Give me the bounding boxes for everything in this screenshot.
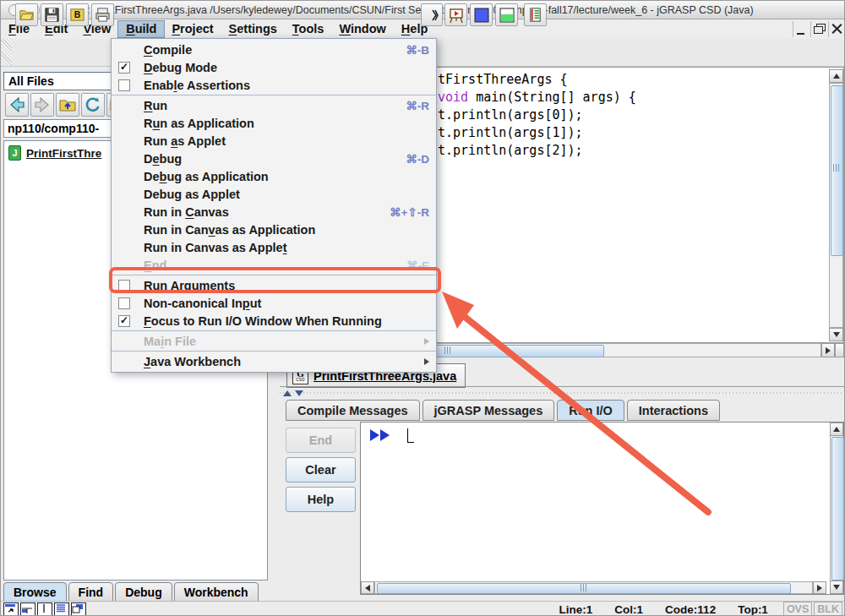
menu-shortcut: ⌘+⇧-R [390,205,429,219]
io-scroll-right-icon[interactable] [813,581,826,594]
code-line: tFirstThreeArgs { [438,71,636,89]
checkbox-checked-icon: ✓ [118,62,130,74]
code-line: t.println(args[2]); [438,142,636,160]
tree-item-label: PrintFirstThre [26,147,101,160]
window-title: File: PrintFirstThreeArgs.java /Users/ky… [70,4,754,16]
sidebar-tab-workbench[interactable]: Workbench [174,582,259,602]
menu-item-non-canonical-input[interactable]: Non-canonical Input [112,294,436,312]
io-scroll-left-icon[interactable] [361,581,374,594]
io-scroll-up-icon[interactable] [830,422,843,436]
menu-item-label: Non-canonical Input [144,297,261,310]
run-canvas-icon[interactable] [444,3,467,26]
menu-item-enable-assertions[interactable]: Enable Assertions [112,76,436,94]
editor-vscrollbar[interactable] [829,83,843,328]
path-value: np110/comp110- [8,122,99,135]
menu-item-label: Focus to Run I/O Window When Running [144,314,382,328]
blue-square-icon[interactable] [470,3,493,26]
io-scroll-down-icon[interactable] [830,581,843,594]
tab-jgrasp-messages[interactable]: jGRASP Messages [422,400,555,421]
toolbar-grip[interactable] [1,39,12,66]
menu-item-label: Run in Canvas as Application [144,223,315,237]
checkbox-icon [118,79,130,91]
menu-item-label: Run in Canvas [144,205,229,219]
open-file-icon[interactable] [15,3,38,26]
print-icon[interactable] [91,3,114,26]
up-folder-icon[interactable] [56,93,79,117]
menu-separator [112,330,436,331]
sidebar-tab-find[interactable]: Find [68,582,114,602]
new-view-icon[interactable] [3,602,19,616]
scroll-up-icon[interactable] [829,69,843,83]
menu-item-debug-as-applet[interactable]: Debug as Applet [112,185,436,203]
code-line: t.println(args[0]); [438,106,636,124]
sidebar-tab-debug[interactable]: Debug [115,582,172,602]
menubar-item-window[interactable]: Window [331,21,393,37]
menubar-item-tools[interactable]: Tools [285,21,332,37]
menu-item-focus-to-run-i-o-window-when-running[interactable]: ✓Focus to Run I/O Window When Running [112,312,436,330]
menubar-item-project[interactable]: Project [164,21,221,37]
menu-item-label: Compile [144,43,192,57]
status-col: Col:1 [614,603,643,616]
status-code: Code:112 [665,603,716,616]
close-icon[interactable] [828,21,845,37]
compile-icon[interactable]: B [66,3,89,26]
menubar-item-build[interactable]: Build [118,21,164,37]
menu-item-label: Debug Mode [144,61,217,74]
menu-item-label: Debug as Applet [144,188,240,201]
menu-item-label: Main File [144,335,196,348]
menu-item-run-in-canvas-as-application[interactable]: Run in Canvas as Application [112,221,436,238]
menu-item-run[interactable]: Run⌘-R [112,96,436,114]
menu-item-label: Java Workbench [144,355,241,368]
messages-doc-icon[interactable] [524,3,547,26]
forward-icon[interactable] [30,93,54,117]
menu-item-java-workbench[interactable]: Java Workbench [112,352,436,370]
cascade-windows-icon[interactable] [71,602,86,616]
scroll-down-icon[interactable] [829,328,843,341]
menu-item-debug-mode[interactable]: ✓Debug Mode [112,58,436,76]
code-line: void main(String[] args) { [438,89,636,106]
menu-item-run-as-application[interactable]: Run as Application [112,114,436,132]
split-bottom-icon[interactable] [20,602,35,616]
io-hscrollbar[interactable] [374,581,813,594]
split-columns-icon[interactable] [37,602,52,616]
back-icon[interactable] [5,93,29,117]
minimize-icon[interactable] [793,21,810,37]
menubar-item-settings[interactable]: Settings [221,21,285,37]
status-bar: Line:1 Col:1 Code:112 Top:1 OVS BLK [1,601,845,616]
code-text: tFirstThreeArgs {void main(String[] args… [438,71,636,160]
menu-item-label: Run [144,99,167,112]
help-button[interactable]: Help [286,487,356,512]
menu-item-run-in-canvas-as-applet[interactable]: Run in Canvas as Applet [112,238,436,256]
menu-item-debug-as-application[interactable]: Debug as Application [112,167,436,185]
save-file-icon[interactable] [41,3,63,26]
end-button: End [286,428,356,453]
menu-item-run-as-applet[interactable]: Run as Applet [112,132,436,150]
menu-separator [112,95,436,95]
clear-button[interactable]: Clear [286,457,356,482]
tab-interactions[interactable]: Interactions [627,400,720,421]
menu-item-main-file: Main File [112,332,436,350]
menu-item-label: Debug [144,152,182,166]
scroll-corner [835,343,844,357]
partial-toolbar-icon[interactable] [421,3,443,26]
tab-run-i-o[interactable]: Run I/O [557,400,624,421]
splitter-arrows[interactable] [283,390,303,396]
menu-item-debug[interactable]: Debug⌘-D [112,150,436,167]
menu-item-compile[interactable]: Compile⌘-B [112,41,436,58]
refresh-icon[interactable] [81,93,105,117]
scroll-right-icon[interactable] [821,343,835,357]
green-split-icon[interactable] [495,3,518,26]
menu-shortcut: ⌘-D [406,152,429,166]
run-io-area[interactable] [360,422,844,595]
checkbox-checked-icon: ✓ [118,315,130,327]
io-vscrollbar[interactable] [830,436,843,581]
bottom-tab-bar: Compile MessagesjGRASP MessagesRun I/OIn… [286,400,722,421]
menu-item-label: Run in Canvas as Applet [144,241,286,254]
list-view-icon[interactable] [54,602,69,616]
tab-compile-messages[interactable]: Compile Messages [286,400,420,421]
menu-item-run-in-canvas[interactable]: Run in Canvas⌘+⇧-R [112,203,436,221]
horizontal-splitter[interactable] [280,388,845,399]
sidebar-tab-browse[interactable]: Browse [3,582,67,602]
sidebar-tab-bar: BrowseFindDebugWorkbench [3,582,260,602]
restore-icon[interactable] [810,21,828,37]
